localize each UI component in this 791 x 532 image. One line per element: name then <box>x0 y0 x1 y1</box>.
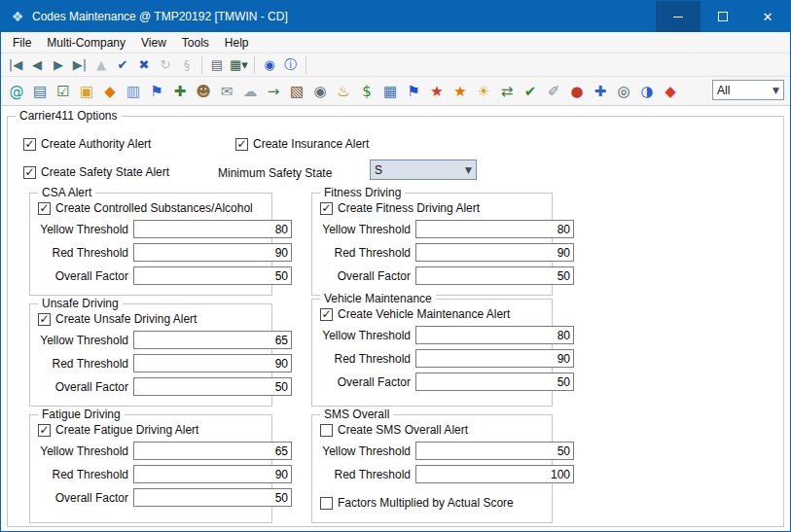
last-record-icon[interactable]: ▶| <box>69 54 90 76</box>
create-safety-state-alert-checkbox[interactable]: Create Safety State Alert <box>23 165 169 179</box>
create-controlled-substances-checkbox[interactable]: Create Controlled Substances/Alcohol <box>38 201 253 215</box>
yellow-threshold-label: Yellow Threshold <box>36 444 133 458</box>
mug-icon[interactable]: ♨ <box>332 80 355 103</box>
cloud-icon[interactable]: ☁ <box>238 80 262 103</box>
module-toolbar: @▤☑▣◆▥⚑✚☻✉☁→▧◉♨$▦⚑★★☀⇄✔✐●✚◎◑◆ All ▼ <box>1 77 790 106</box>
overall-factor-input[interactable] <box>415 372 574 391</box>
red-threshold-label: Red Threshold <box>318 468 415 481</box>
overall-factor-input[interactable] <box>133 488 292 507</box>
info-icon[interactable]: ⓘ <box>280 54 302 76</box>
checkbox-label: Create Controlled Substances/Alcohol <box>55 201 253 215</box>
overall-factor-label: Overall Factor <box>36 269 133 283</box>
create-insurance-alert-checkbox[interactable]: Create Insurance Alert <box>235 137 369 151</box>
next-record-icon[interactable]: ▶ <box>48 54 69 76</box>
minimize-icon <box>673 17 683 18</box>
yellow-threshold-input[interactable] <box>415 442 574 460</box>
invoice-icon[interactable]: ▦ <box>378 80 402 103</box>
red-threshold-input[interactable] <box>133 243 292 262</box>
money-icon[interactable]: $ <box>355 80 378 103</box>
route-icon[interactable]: → <box>262 80 285 103</box>
create-authority-alert-checkbox[interactable]: Create Authority Alert <box>23 137 151 151</box>
burst-orange-icon[interactable]: ★ <box>449 80 472 103</box>
refresh-icon[interactable]: ↻ <box>155 54 176 76</box>
link-icon[interactable]: @ <box>5 80 28 103</box>
cancel-icon[interactable]: ✖ <box>133 54 155 76</box>
module-filter-combo[interactable]: All ▼ <box>712 80 784 100</box>
maximize-button[interactable] <box>701 1 745 32</box>
previous-record-icon[interactable]: ◀ <box>26 54 48 76</box>
burst-red-icon[interactable]: ★ <box>425 80 449 103</box>
yellow-threshold-input[interactable] <box>133 442 292 460</box>
camera-icon[interactable]: ◉ <box>308 80 332 103</box>
toolbar-separator <box>306 56 306 74</box>
menu-view[interactable]: View <box>133 33 174 53</box>
flag-blue-icon[interactable]: ⚑ <box>402 80 425 103</box>
main-toolbar: |◀◀▶▶|▲✔✖↻§▤▦▾◉ⓘ <box>1 53 790 77</box>
pin-icon[interactable]: ◆ <box>659 80 682 103</box>
group-title: Carrier411 Options <box>16 109 122 123</box>
copy-icon[interactable]: ▥ <box>122 80 145 103</box>
red-threshold-input[interactable] <box>415 243 574 262</box>
print-icon[interactable]: ▤ <box>206 54 228 76</box>
globe-icon[interactable]: ◑ <box>635 80 659 103</box>
save-icon[interactable]: ✔ <box>112 54 133 76</box>
attachment-icon[interactable]: § <box>176 54 198 76</box>
overall-factor-input[interactable] <box>415 266 574 285</box>
checkbox-box <box>320 202 333 215</box>
notes-icon[interactable]: ▤ <box>28 80 52 103</box>
sun-icon[interactable]: ☀ <box>472 80 495 103</box>
overall-factor-input[interactable] <box>133 266 292 285</box>
checklist-icon[interactable]: ☑ <box>52 80 75 103</box>
approve-icon[interactable]: ✔ <box>519 80 542 103</box>
close-button[interactable]: ✕ <box>745 1 790 32</box>
yellow-threshold-input[interactable] <box>133 331 292 349</box>
overall-factor-label: Overall Factor <box>318 269 415 283</box>
menu-tools[interactable]: Tools <box>174 33 217 53</box>
car-icon[interactable]: ● <box>565 80 589 103</box>
create-vehicle-maintenance-alert-checkbox[interactable]: Create Vehicle Maintenance Alert <box>320 307 510 321</box>
yellow-threshold-input[interactable] <box>415 220 574 238</box>
create-fitness-driving-alert-checkbox[interactable]: Create Fitness Driving Alert <box>320 201 480 215</box>
minimize-button[interactable] <box>656 1 701 32</box>
flag-icon[interactable]: ⚑ <box>145 80 168 103</box>
create-sms-overall-alert-checkbox[interactable]: Create SMS Overall Alert <box>320 423 468 437</box>
red-threshold-input[interactable] <box>133 465 292 483</box>
fatigue-driving-panel: Fatigue Driving Create Fatigue Driving A… <box>29 414 272 523</box>
toolbar-separator <box>254 56 255 74</box>
checkbox-box <box>38 202 51 215</box>
minimum-safety-state-combo[interactable]: S ▼ <box>370 160 477 180</box>
menu-multi-company[interactable]: Multi-Company <box>39 33 133 53</box>
clipboard-icon[interactable]: ▧ <box>285 80 308 103</box>
red-threshold-input[interactable] <box>415 349 574 368</box>
unsafe-driving-panel: Unsafe Driving Create Unsafe Driving Ale… <box>29 303 272 407</box>
add-record-icon[interactable]: ✚ <box>168 80 192 103</box>
wheel-icon[interactable]: ◎ <box>612 80 635 103</box>
first-record-icon[interactable]: |◀ <box>5 54 26 76</box>
red-threshold-input[interactable] <box>415 465 574 483</box>
create-unsafe-driving-alert-checkbox[interactable]: Create Unsafe Driving Alert <box>38 312 197 326</box>
mail-icon[interactable]: ✉ <box>215 80 238 103</box>
swap-icon[interactable]: ⇄ <box>495 80 519 103</box>
checkbox-label: Create Fitness Driving Alert <box>338 201 480 215</box>
parent-record-icon[interactable]: ▲ <box>90 54 112 76</box>
medical-icon[interactable]: ✚ <box>589 80 612 103</box>
red-threshold-label: Red Threshold <box>318 352 415 366</box>
driver-icon[interactable]: ☻ <box>192 80 215 103</box>
web-icon[interactable]: ◉ <box>259 54 280 76</box>
create-fatigue-driving-alert-checkbox[interactable]: Create Fatigue Driving Alert <box>38 423 198 437</box>
yellow-threshold-input[interactable] <box>415 326 574 344</box>
folder-icon[interactable]: ▣ <box>75 80 98 103</box>
paperclip-icon[interactable]: ✐ <box>542 80 565 103</box>
red-threshold-input[interactable] <box>133 354 292 372</box>
fitness-driving-panel: Fitness Driving Create Fitness Driving A… <box>311 193 553 296</box>
menu-help[interactable]: Help <box>217 33 257 53</box>
export-icon[interactable]: ▦▾ <box>228 54 250 76</box>
panel-title: SMS Overall <box>320 408 393 421</box>
shield-icon[interactable]: ◆ <box>98 80 122 103</box>
yellow-threshold-label: Yellow Threshold <box>318 444 415 458</box>
overall-factor-input[interactable] <box>133 377 292 396</box>
yellow-threshold-input[interactable] <box>133 220 292 238</box>
panel-title: Fitness Driving <box>320 186 405 199</box>
menu-file[interactable]: File <box>5 33 39 53</box>
factors-multiplied-checkbox[interactable]: Factors Multiplied by Actual Score <box>320 496 514 510</box>
